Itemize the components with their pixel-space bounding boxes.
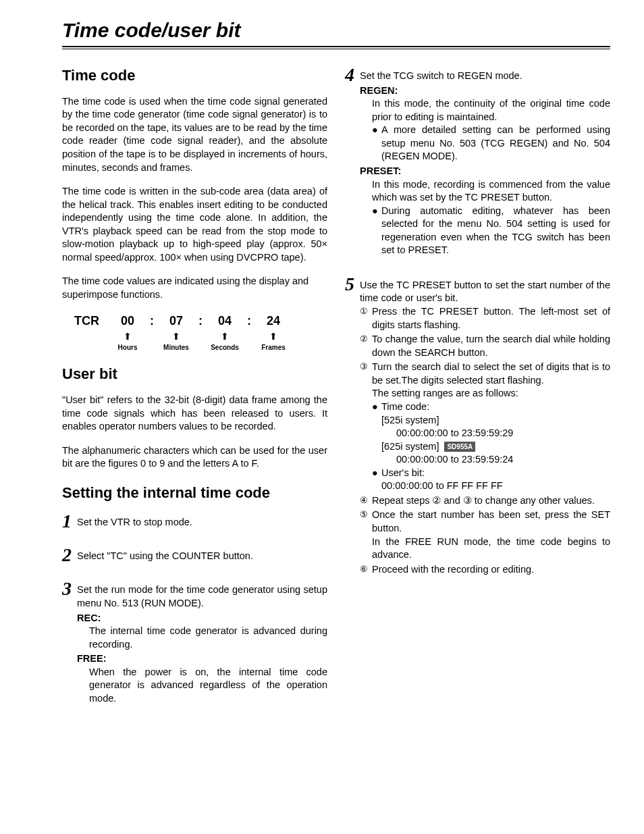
tcr-minutes: 07 [158, 313, 194, 329]
left-column: Time code The time code is used when the… [62, 66, 327, 721]
tcr-label: TCR [74, 313, 109, 329]
step-number: 3 [62, 579, 77, 598]
label-625i: [625i system] [381, 441, 439, 452]
paragraph: The internal time code generator is adva… [89, 625, 327, 651]
paragraph: The time code is used when the time code… [62, 95, 327, 174]
paragraph: Repeat steps ② and ③ to change any other… [372, 494, 610, 508]
step-1: 1 Set the VTR to stop mode. [62, 512, 327, 531]
step-text: Set the VTR to stop mode. [77, 516, 327, 529]
title-rule-thin [62, 49, 610, 49]
tcr-frames: 24 [255, 313, 292, 329]
step-text: Select "TC" using the COUNTER button. [77, 550, 327, 563]
tcr-hours: 00 [109, 313, 146, 329]
tcr-unit-label: Seconds [207, 343, 243, 353]
step-text: Use the TC PRESET button to set the star… [360, 279, 610, 305]
paragraph: When the power is on, the internal time … [89, 666, 327, 706]
step-number: 1 [62, 512, 77, 531]
page-title: Time code/user bit [62, 19, 610, 42]
step-text: Set the TCG switch to REGEN mode. [360, 70, 610, 83]
bullet-icon: ● [372, 205, 381, 257]
heading-user-bit: User bit [62, 364, 327, 384]
circled-number-icon: ① [360, 305, 372, 317]
step-4: 4 Set the TCG switch to REGEN mode. REGE… [345, 66, 610, 257]
step-number: 5 [345, 275, 360, 294]
label-rec: REC: [77, 612, 327, 625]
paragraph: In this mode, the continuity of the orig… [372, 97, 610, 124]
up-arrow-icon: ⬆ [255, 330, 292, 343]
step-3: 3 Set the run mode for the time code gen… [62, 579, 327, 705]
title-rule [62, 46, 610, 47]
paragraph: To change the value, turn the search dia… [372, 333, 610, 359]
step-number: 4 [345, 66, 360, 84]
up-arrow-icon: ⬆ [207, 330, 243, 343]
value-range: 00:00:00:00 to 23:59:59:29 [396, 427, 610, 440]
tcr-display: TCR 00 : 07 : 04 : 24 ⬆ ⬆ ⬆ [74, 313, 327, 353]
tcr-colon: : [243, 313, 255, 329]
tcr-unit-label: Frames [255, 343, 292, 353]
paragraph: In the FREE RUN mode, the time code begi… [372, 536, 610, 562]
bullet-icon: ● [372, 400, 381, 414]
tcr-seconds: 04 [207, 313, 243, 329]
heading-time-code: Time code [62, 66, 327, 86]
value-range: 00:00:00:00 to FF FF FF FF [381, 479, 610, 493]
bullet-icon: ● [372, 467, 381, 480]
step-5: 5 Use the TC PRESET button to set the st… [345, 275, 610, 577]
paragraph: Once the start number has been set, pres… [372, 509, 610, 535]
paragraph: "User bit" refers to the 32-bit (8-digit… [62, 394, 327, 434]
step-text: Set the run mode for the time code gener… [77, 583, 327, 610]
paragraph: In this mode, recording is commenced fro… [372, 178, 610, 205]
circled-number-icon: ⑤ [360, 509, 372, 521]
paragraph: The setting ranges are as follows: [372, 387, 610, 400]
paragraph: During automatic editing, whatever has b… [381, 205, 610, 257]
value-range: 00:00:00:00 to 23:59:59:24 [396, 453, 610, 467]
up-arrow-icon: ⬆ [109, 330, 146, 343]
circled-number-icon: ④ [360, 494, 372, 506]
label-free: FREE: [77, 652, 327, 666]
label-timecode: Time code: [381, 400, 429, 414]
step-number: 2 [62, 546, 77, 565]
paragraph: Press the TC PRESET button. The left-mos… [372, 305, 610, 332]
paragraph: Turn the search dial to select the set o… [372, 361, 610, 387]
paragraph: The time code is written in the sub-code… [62, 185, 327, 264]
label-regen: REGEN: [360, 84, 610, 98]
circled-number-icon: ⑥ [360, 563, 372, 575]
tcr-unit-label: Hours [109, 343, 146, 353]
tcr-unit-label: Minutes [158, 343, 194, 353]
circled-number-icon: ② [360, 333, 372, 345]
paragraph: The time code values are indicated using… [62, 275, 327, 301]
right-column: 4 Set the TCG switch to REGEN mode. REGE… [345, 66, 610, 721]
tcr-colon: : [194, 313, 207, 329]
heading-setting-internal-tc: Setting the internal time code [62, 483, 327, 503]
label-users-bit: User's bit: [381, 467, 425, 480]
paragraph: Proceed with the recording or editing. [372, 563, 610, 577]
up-arrow-icon: ⬆ [158, 330, 194, 343]
bullet-icon: ● [372, 124, 381, 163]
label-525i: [525i system] [381, 414, 610, 427]
model-badge: SD955A [444, 442, 475, 452]
paragraph: A more detailed setting can be performed… [381, 124, 610, 163]
step-2: 2 Select "TC" using the COUNTER button. [62, 546, 327, 565]
circled-number-icon: ③ [360, 361, 372, 373]
tcr-colon: : [146, 313, 158, 329]
label-preset: PRESET: [360, 165, 610, 178]
paragraph: The alphanumeric characters which can be… [62, 444, 327, 471]
